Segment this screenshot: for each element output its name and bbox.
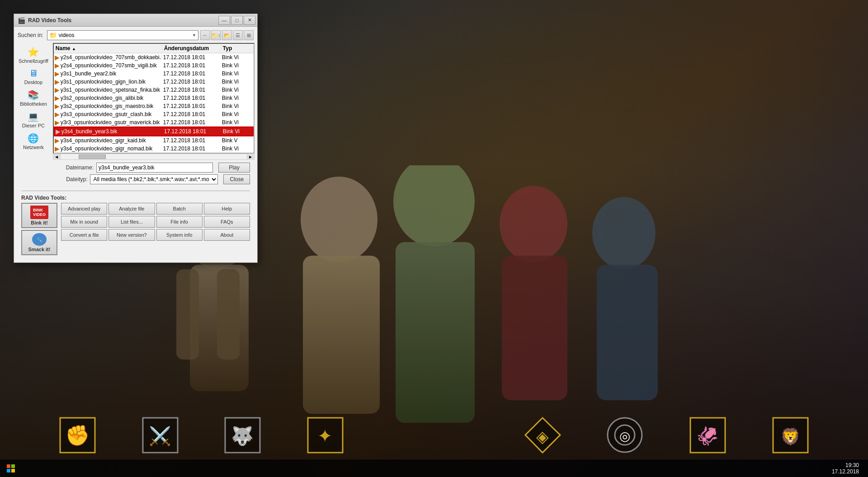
file-row[interactable]: ▶ y3r3_opsunlockvideo_gsutr_maverick.bik… xyxy=(54,118,254,126)
file-type-icon: ▶ xyxy=(55,70,60,77)
col-header-type[interactable]: Typ xyxy=(221,45,253,52)
bottom-fields: Dateiname: Play Dateityp: All media file… xyxy=(57,160,254,188)
file-name-text: y3s4_bundle_year3.bik xyxy=(61,128,117,135)
file-cell-date: 17.12.2018 18:01 xyxy=(161,70,220,77)
browser-toolbar: Suchen in: 📁 videos ▼ ← 📁↑ 📂 ☰ ⊞ xyxy=(18,30,254,40)
tool-btn-advanced-play[interactable]: Advanced play xyxy=(61,203,107,215)
smack-it-label: Smack it! xyxy=(28,247,51,252)
tool-btn-faqs[interactable]: FAQs xyxy=(204,216,250,228)
tool-btn-analyze-file[interactable]: Analyze file xyxy=(108,203,155,215)
filename-input[interactable] xyxy=(96,163,213,173)
file-type-icon: ▶ xyxy=(55,103,60,110)
nav-label-schnellzugriff: Schnellzugriff xyxy=(19,58,48,64)
dropdown-arrow-icon: ▼ xyxy=(192,33,196,37)
file-name-text: y3s1_opsunlockvideo_gign_lion.bik xyxy=(61,79,146,85)
file-type-icon: ▶ xyxy=(55,119,60,126)
nav-item-schnellzugriff[interactable]: ⭐ Schnellzugriff xyxy=(18,45,49,65)
tool-buttons-grid: Advanced playAnalyze fileBatchHelpMix in… xyxy=(61,203,250,241)
view-details-button[interactable]: ⊞ xyxy=(244,30,254,40)
file-cell-name: ▶ y3s4_opsunlockvideo_gigr_kaid.bik xyxy=(54,137,161,144)
file-cell-type: Bink V xyxy=(220,137,252,144)
maximize-button[interactable]: □ xyxy=(231,16,243,25)
search-in-label: Suchen in: xyxy=(18,32,43,38)
taskbar-right: 19:30 17.12.2018 xyxy=(828,460,868,477)
file-row[interactable]: ▶ y3s1_bundle_year2.bik 17.12.2018 18:01… xyxy=(54,70,254,78)
close-window-button[interactable]: ✕ xyxy=(244,16,255,25)
file-list[interactable]: Name ▲ Änderungsdatum Typ ▶ y2s4_opsunlo… xyxy=(53,43,255,154)
file-row[interactable]: ▶ y3s4_opsunlockvideo_gigr_kaid.bik 17.1… xyxy=(54,136,254,145)
file-cell-name: ▶ y3r3_opsunlockvideo_gsutr_maverick.bik xyxy=(54,119,161,126)
file-cell-type: Bink Vi xyxy=(220,103,252,109)
nav-item-dieser-pc[interactable]: 💻 Dieser PC xyxy=(18,109,49,130)
tool-btn-help[interactable]: Help xyxy=(204,203,250,215)
window-title-area: 🎬 RAD Video Tools xyxy=(18,17,71,24)
nav-item-bibliotheken[interactable]: 📚 Bibliotheken xyxy=(18,88,49,108)
file-row[interactable]: ▶ y2s4_opsunlockvideo_707smb_dokkaebi.bi… xyxy=(54,53,254,61)
view-toggle-button[interactable]: ☰ xyxy=(233,30,243,40)
clock-time: 19:30 xyxy=(832,462,859,468)
file-cell-date: 17.12.2018 18:01 xyxy=(161,79,220,85)
file-cell-type: Bink Vi xyxy=(220,54,252,61)
bink-it-label: Bink it! xyxy=(31,220,47,225)
file-row[interactable]: ▶ y3s2_opsunlockvideo_gis_maestro.bik 17… xyxy=(54,102,254,110)
file-cell-date: 17.12.2018 18:01 xyxy=(161,95,220,101)
clock-date: 17.12.2018 xyxy=(832,468,859,475)
filetype-select[interactable]: All media files (*.bk2;*.bik;*.smk;*.wav… xyxy=(90,174,218,184)
svg-rect-33 xyxy=(11,469,15,472)
file-row[interactable]: ▶ y2s4_opsunlockvideo_707smb_vigili.bik … xyxy=(54,61,254,70)
tool-btn-new-version-[interactable]: New version? xyxy=(108,229,155,241)
tools-section-label: RAD Video Tools: xyxy=(18,194,254,203)
file-row[interactable]: ▶ y3s1_opsunlockvideo_spetsnaz_finka.bik… xyxy=(54,86,254,94)
file-cell-date: 17.12.2018 18:01 xyxy=(161,103,220,109)
file-type-icon: ▶ xyxy=(55,78,60,85)
close-button[interactable]: Close xyxy=(223,174,250,184)
nav-item-netzwerk[interactable]: 🌐 Netzwerk xyxy=(18,131,49,152)
folder-dropdown-icon: 📁 xyxy=(49,32,57,39)
folder-dropdown[interactable]: 📁 videos ▼ xyxy=(47,30,198,40)
play-button[interactable]: Play xyxy=(218,163,250,173)
file-row[interactable]: ▶ y3s4_bundle_year3.bik 17.12.2018 18:01… xyxy=(54,126,254,136)
window-controls: — □ ✕ xyxy=(218,16,255,25)
nav-item-desktop[interactable]: 🖥 Desktop xyxy=(18,66,49,87)
scroll-left-button[interactable]: ◀ xyxy=(53,154,61,160)
tool-btn-list-files---[interactable]: List files... xyxy=(108,216,155,228)
back-button[interactable]: ← xyxy=(200,30,210,40)
col-header-date[interactable]: Änderungsdatum xyxy=(162,45,221,52)
tool-btn-system-info[interactable]: System info xyxy=(156,229,203,241)
new-folder-button[interactable]: 📂 xyxy=(222,30,232,40)
tool-btn-mix-in-sound[interactable]: Mix in sound xyxy=(61,216,107,228)
window-title-icon: 🎬 xyxy=(18,17,25,24)
smack-it-button[interactable]: 🔧 Smack it! xyxy=(21,230,57,255)
file-list-container: ⭐ Schnellzugriff 🖥 Desktop 📚 Bibliotheke… xyxy=(18,43,254,160)
scrollbar-thumb[interactable] xyxy=(79,154,106,159)
separator xyxy=(21,191,250,191)
file-name-text: y2s4_opsunlockvideo_707smb_vigili.bik xyxy=(61,62,157,69)
scroll-right-button[interactable]: ▶ xyxy=(247,154,254,160)
tool-btn-about[interactable]: About xyxy=(204,229,250,241)
file-name-text: y3s4_opsunlockvideo_gigr_nomad.bik xyxy=(61,145,152,152)
file-row[interactable]: ▶ y3s4_opsunlockvideo_gigr_nomad.bik 17.… xyxy=(54,145,254,153)
tool-btn-convert-a-file[interactable]: Convert a file xyxy=(61,229,107,241)
tool-btn-file-info[interactable]: File info xyxy=(156,216,203,228)
tool-btn-batch[interactable]: Batch xyxy=(156,203,203,215)
minimize-button[interactable]: — xyxy=(218,16,230,25)
tools-area: BINKVIDEO Bink it! 🔧 Smack it! Advanced … xyxy=(18,203,254,259)
col-header-name[interactable]: Name ▲ xyxy=(54,45,162,52)
file-cell-date: 17.12.2018 18:01 xyxy=(162,128,221,135)
up-folder-button[interactable]: 📁↑ xyxy=(211,30,221,40)
nav-label-dieser-pc: Dieser PC xyxy=(22,123,45,128)
bink-it-button[interactable]: BINKVIDEO Bink it! xyxy=(21,203,57,228)
file-type-icon: ▶ xyxy=(55,62,60,69)
file-row[interactable]: ▶ y3s2_opsunlockvideo_gis_alibi.bik 17.1… xyxy=(54,94,254,102)
start-button[interactable] xyxy=(0,459,22,477)
horizontal-scrollbar[interactable]: ◀ ▶ xyxy=(53,154,255,160)
svg-point-5 xyxy=(301,177,377,262)
file-cell-name: ▶ y2s4_opsunlockvideo_707smb_vigili.bik xyxy=(54,62,161,69)
file-row[interactable]: ▶ y3s3_opsunlockvideo_gsutr_clash.bik 17… xyxy=(54,110,254,118)
file-cell-name: ▶ y2s4_opsunlockvideo_707smb_dokkaebi.bi… xyxy=(54,54,161,61)
svg-rect-3 xyxy=(176,269,199,360)
rad-video-tools-window: 🎬 RAD Video Tools — □ ✕ Suchen in: 📁 vid… xyxy=(14,14,258,263)
file-name-text: y3s3_opsunlockvideo_gsutr_clash.bik xyxy=(61,111,151,117)
file-row[interactable]: ▶ y3s1_opsunlockvideo_gign_lion.bik 17.1… xyxy=(54,78,254,86)
svg-rect-4 xyxy=(217,269,240,360)
